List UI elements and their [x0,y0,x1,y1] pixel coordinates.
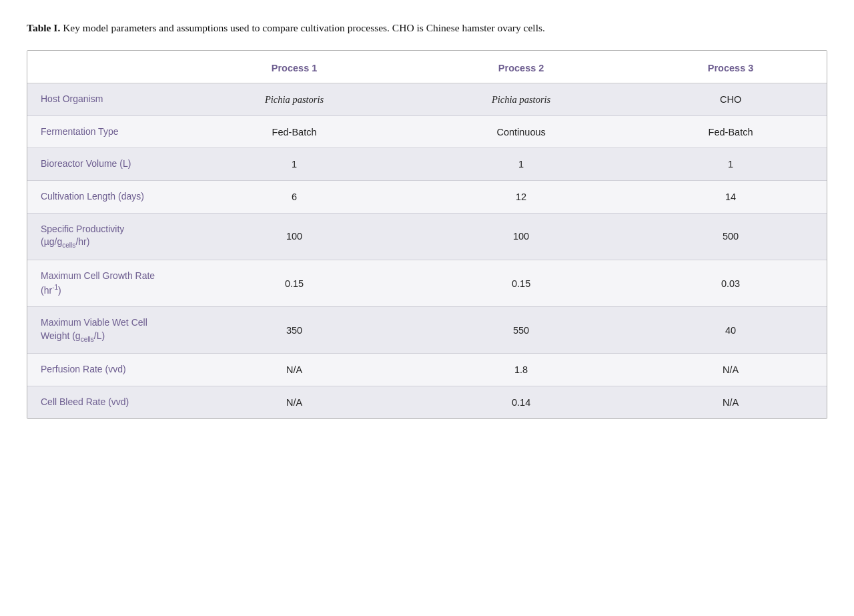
cell-p1: 1 [181,148,408,181]
caption-text: Key model parameters and assumptions use… [60,22,545,33]
cell-p3: 0.03 [634,260,827,307]
table-header: Process 1 Process 2 Process 3 [27,51,827,83]
header-process1: Process 1 [181,51,408,83]
cell-p2: 100 [408,213,634,260]
table-wrapper: Process 1 Process 2 Process 3 Host Organ… [27,50,827,418]
row-label: Specific Productivity (µg/gcells/hr) [27,213,181,260]
table-row: Cultivation Length (days)61214 [27,181,827,214]
table-row: Host OrganismPichia pastorisPichia pasto… [27,83,827,116]
row-label: Fermentation Type [27,115,181,148]
cell-p3: 40 [634,306,827,354]
table-row: Perfusion Rate (vvd)N/A1.8N/A [27,354,827,386]
header-process2: Process 2 [408,51,634,83]
row-label: Cell Bleed Rate (vvd) [27,386,181,418]
cell-p2: 0.14 [408,386,634,418]
table-row: Maximum Viable Wet Cell Weight (gcells/L… [27,306,827,354]
table-body: Host OrganismPichia pastorisPichia pasto… [27,83,827,418]
row-label: Maximum Viable Wet Cell Weight (gcells/L… [27,306,181,354]
cell-p1: Pichia pastoris [181,83,408,116]
cell-p2: Pichia pastoris [408,83,634,116]
table-row: Bioreactor Volume (L)111 [27,148,827,181]
cell-p2: 1.8 [408,354,634,386]
data-table: Process 1 Process 2 Process 3 Host Organ… [27,51,827,418]
table-row: Maximum Cell Growth Rate (hr-1)0.150.150… [27,260,827,307]
cell-p1: N/A [181,386,408,418]
header-empty [27,51,181,83]
cell-p1: N/A [181,354,408,386]
row-label: Bioreactor Volume (L) [27,148,181,181]
cell-p1: 6 [181,181,408,214]
cell-p2: 550 [408,306,634,354]
cell-p2: 12 [408,181,634,214]
row-label: Host Organism [27,83,181,116]
cell-p3: 14 [634,181,827,214]
row-label: Perfusion Rate (vvd) [27,354,181,386]
caption-bold: Table I. [27,22,60,33]
cell-p1: 100 [181,213,408,260]
row-label: Cultivation Length (days) [27,181,181,214]
header-process3: Process 3 [634,51,827,83]
cell-p1: 0.15 [181,260,408,307]
row-label: Maximum Cell Growth Rate (hr-1) [27,260,181,307]
header-row: Process 1 Process 2 Process 3 [27,51,827,83]
cell-p3: Fed-Batch [634,115,827,148]
cell-p2: 0.15 [408,260,634,307]
cell-p1: Fed-Batch [181,115,408,148]
cell-p3: N/A [634,354,827,386]
cell-p3: 1 [634,148,827,181]
cell-p3: N/A [634,386,827,418]
table-row: Specific Productivity (µg/gcells/hr)1001… [27,213,827,260]
cell-p1: 350 [181,306,408,354]
cell-p2: Continuous [408,115,634,148]
table-row: Fermentation TypeFed-BatchContinuousFed-… [27,115,827,148]
cell-p3: 500 [634,213,827,260]
cell-p2: 1 [408,148,634,181]
table-caption: Table I. Key model parameters and assump… [27,20,827,35]
table-row: Cell Bleed Rate (vvd)N/A0.14N/A [27,386,827,418]
cell-p3: CHO [634,83,827,116]
